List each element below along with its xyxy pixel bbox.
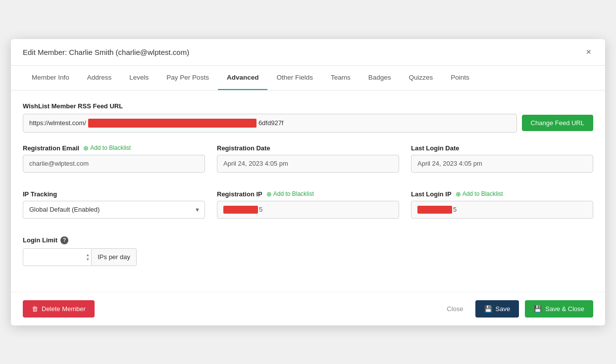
last-login-ip-group: Last Login IP ⊕ Add to Blacklist 5 bbox=[411, 190, 593, 219]
tab-quizzes[interactable]: Quizzes bbox=[400, 66, 442, 90]
tab-other-fields[interactable]: Other Fields bbox=[267, 66, 322, 90]
save-floppy-icon: 💾 bbox=[484, 305, 492, 313]
tab-bar: Member Info Address Levels Pay Per Posts… bbox=[11, 66, 605, 91]
last-login-ip-blacklist-label: Add to Blacklist bbox=[462, 190, 503, 197]
ip-tracking-group: IP Tracking Global Default (Enabled) Ena… bbox=[23, 190, 205, 219]
email-add-blacklist-button[interactable]: ⊕ Add to Blacklist bbox=[83, 144, 131, 152]
last-login-ip-label-row: Last Login IP ⊕ Add to Blacklist bbox=[411, 190, 593, 198]
rss-section-label: WishList Member RSS Feed URL bbox=[23, 102, 593, 110]
ip-tracking-label: IP Tracking bbox=[23, 190, 57, 198]
save-label: Save bbox=[496, 305, 511, 313]
login-limit-input-row: ▲ ▼ IPs per day bbox=[23, 248, 137, 266]
modal-footer: 🗑 Delete Member Close 💾 Save 💾 Save & Cl… bbox=[11, 292, 605, 325]
spinner-up-btn[interactable]: ▲ bbox=[86, 253, 90, 257]
save-close-label: Save & Close bbox=[545, 305, 584, 313]
modal-body: WishList Member RSS Feed URL https://wlm… bbox=[11, 91, 605, 286]
registration-email-group: Registration Email ⊕ Add to Blacklist ch… bbox=[23, 144, 205, 173]
last-login-date-label-row: Last Login Date bbox=[411, 144, 593, 152]
delete-member-label: Delete Member bbox=[42, 305, 86, 313]
registration-ip-group: Registration IP ⊕ Add to Blacklist 5 bbox=[217, 190, 399, 219]
last-login-ip-redacted bbox=[417, 206, 452, 214]
last-login-ip-value: 5 bbox=[411, 201, 593, 219]
email-blacklist-label: Add to Blacklist bbox=[90, 144, 131, 151]
registration-email-value: charlie@wlptest.com bbox=[23, 155, 205, 173]
reg-date-text: April 24, 2023 4:05 pm bbox=[223, 160, 288, 167]
footer-right-actions: Close 💾 Save 💾 Save & Close bbox=[441, 300, 593, 318]
reg-ip-label-row: Registration IP ⊕ Add to Blacklist bbox=[217, 190, 399, 198]
last-login-ip-suffix: 5 bbox=[453, 206, 457, 213]
delete-member-button[interactable]: 🗑 Delete Member bbox=[23, 300, 95, 318]
ips-per-day-label: IPs per day bbox=[92, 248, 137, 266]
rss-url-redacted bbox=[88, 119, 257, 128]
save-close-button[interactable]: 💾 Save & Close bbox=[525, 300, 593, 318]
reg-ip-plus-circle-icon: ⊕ bbox=[266, 190, 272, 198]
reg-ip-redacted bbox=[223, 206, 258, 214]
last-login-date-group: Last Login Date April 24, 2023 4:05 pm bbox=[411, 144, 593, 173]
reg-email-text: charlie@wlptest.com bbox=[29, 160, 89, 167]
edit-member-modal: Edit Member: Charlie Smith (charlie@wlpt… bbox=[11, 39, 605, 325]
close-icon-btn[interactable]: × bbox=[584, 47, 593, 57]
tab-advanced[interactable]: Advanced bbox=[218, 66, 268, 90]
reg-date-label: Registration Date bbox=[217, 144, 270, 152]
reg-ip-suffix: 5 bbox=[259, 206, 262, 213]
tab-points[interactable]: Points bbox=[442, 66, 478, 90]
tab-teams[interactable]: Teams bbox=[322, 66, 359, 90]
fields-grid-row1: Registration Email ⊕ Add to Blacklist ch… bbox=[23, 144, 593, 181]
last-login-date-label: Last Login Date bbox=[411, 144, 460, 152]
registration-ip-value: 5 bbox=[217, 201, 399, 219]
login-limit-input-wrapper: ▲ ▼ bbox=[23, 248, 92, 266]
tab-badges[interactable]: Badges bbox=[359, 66, 400, 90]
registration-date-group: Registration Date April 24, 2023 4:05 pm bbox=[217, 144, 399, 173]
last-login-ip-plus-circle-icon: ⊕ bbox=[456, 190, 461, 198]
rss-url-field: https://wlmtest.com/ 6dfd927f bbox=[23, 114, 517, 133]
reg-ip-label: Registration IP bbox=[217, 190, 262, 198]
plus-circle-icon: ⊕ bbox=[83, 144, 89, 152]
save-close-floppy-icon: 💾 bbox=[534, 305, 542, 313]
close-button[interactable]: Close bbox=[441, 301, 469, 317]
modal-title: Edit Member: Charlie Smith (charlie@wlpt… bbox=[23, 48, 189, 56]
reg-email-label-row: Registration Email ⊕ Add to Blacklist bbox=[23, 144, 205, 152]
tab-levels[interactable]: Levels bbox=[120, 66, 157, 90]
login-limit-input[interactable] bbox=[23, 248, 92, 266]
registration-date-value: April 24, 2023 4:05 pm bbox=[217, 155, 399, 173]
login-limit-label-row: Login Limit ? bbox=[23, 236, 593, 244]
rss-url-suffix: 6dfd927f bbox=[258, 119, 284, 127]
tab-address[interactable]: Address bbox=[78, 66, 121, 90]
fields-grid-row2: IP Tracking Global Default (Enabled) Ena… bbox=[23, 190, 593, 227]
trash-icon: 🗑 bbox=[32, 305, 38, 313]
modal-header: Edit Member: Charlie Smith (charlie@wlpt… bbox=[11, 39, 605, 66]
last-login-date-value: April 24, 2023 4:05 pm bbox=[411, 155, 593, 173]
reg-ip-blacklist-label: Add to Blacklist bbox=[273, 190, 314, 197]
reg-ip-add-blacklist-button[interactable]: ⊕ Add to Blacklist bbox=[266, 190, 314, 198]
save-button[interactable]: 💾 Save bbox=[475, 300, 519, 318]
ip-tracking-label-row: IP Tracking bbox=[23, 190, 205, 198]
ip-tracking-select-wrapper: Global Default (Enabled) Enabled Disable… bbox=[23, 201, 205, 219]
tab-member-info[interactable]: Member Info bbox=[23, 66, 78, 90]
rss-url-prefix: https://wlmtest.com/ bbox=[29, 119, 86, 127]
change-feed-url-button[interactable]: Change Feed URL bbox=[522, 115, 593, 131]
spinner-down-btn[interactable]: ▼ bbox=[86, 257, 90, 261]
reg-email-label: Registration Email bbox=[23, 144, 79, 152]
tab-pay-per-posts[interactable]: Pay Per Posts bbox=[157, 66, 218, 90]
ip-tracking-select[interactable]: Global Default (Enabled) Enabled Disable… bbox=[23, 201, 205, 219]
reg-date-label-row: Registration Date bbox=[217, 144, 399, 152]
last-login-date-text: April 24, 2023 4:05 pm bbox=[417, 160, 482, 167]
login-limit-label: Login Limit bbox=[23, 236, 57, 244]
number-spinners: ▲ ▼ bbox=[86, 253, 90, 261]
rss-row: https://wlmtest.com/ 6dfd927f Change Fee… bbox=[23, 114, 593, 133]
login-limit-section: Login Limit ? ▲ ▼ IPs per day bbox=[23, 236, 593, 266]
last-login-ip-add-blacklist-button[interactable]: ⊕ Add to Blacklist bbox=[456, 190, 503, 198]
last-login-ip-label: Last Login IP bbox=[411, 190, 452, 198]
login-limit-help-icon[interactable]: ? bbox=[60, 236, 68, 244]
